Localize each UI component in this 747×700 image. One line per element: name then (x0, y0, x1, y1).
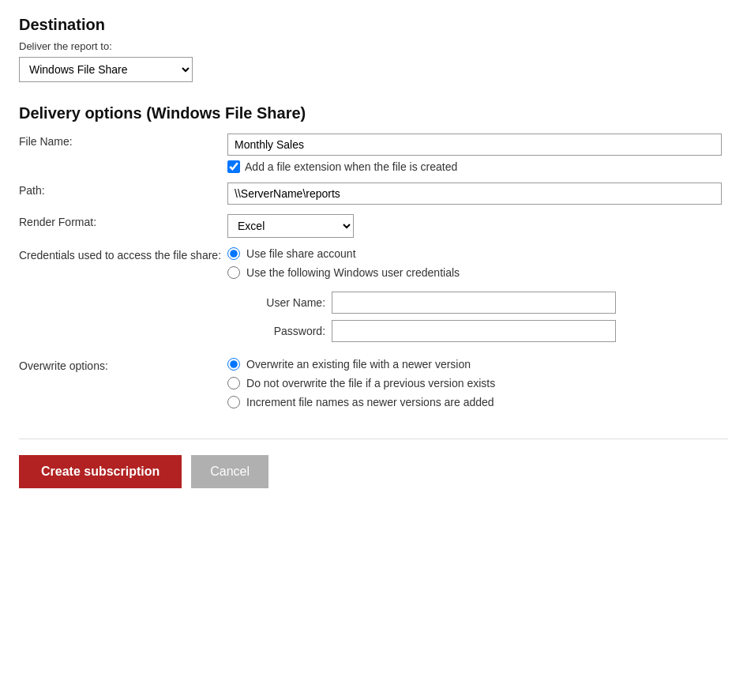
credentials-option1-label: Use file share account (246, 247, 356, 260)
file-name-field-cell: Add a file extension when the file is cr… (227, 129, 728, 178)
credentials-label: Credentials used to access the file shar… (19, 243, 227, 353)
password-input[interactable] (332, 320, 616, 342)
render-format-field-cell: ExcelPDFWordCSVXML (227, 209, 728, 243)
overwrite-option2-row: Do not overwrite the file if a previous … (227, 377, 722, 390)
credentials-option2-label: Use the following Windows user credentia… (246, 266, 460, 279)
file-name-label: File Name: (19, 129, 227, 178)
deliver-label: Deliver the report to: (19, 40, 728, 52)
create-subscription-button[interactable]: Create subscription (19, 455, 182, 488)
destination-title: Destination (19, 16, 728, 34)
cancel-button[interactable]: Cancel (191, 455, 268, 488)
file-name-row: File Name: Add a file extension when the… (19, 129, 728, 178)
overwrite-radio-3[interactable] (227, 396, 240, 408)
overwrite-radio-1[interactable] (227, 358, 240, 371)
credentials-field-cell: Use file share account Use the following… (227, 243, 728, 353)
overwrite-option2-label: Do not overwrite the file if a previous … (246, 377, 495, 390)
add-extension-checkbox[interactable] (227, 160, 240, 173)
path-input[interactable] (227, 183, 722, 205)
credentials-radio-group: Use file share account Use the following… (227, 247, 722, 348)
credentials-radio-1[interactable] (227, 247, 240, 260)
render-format-dropdown[interactable]: ExcelPDFWordCSVXML (227, 214, 354, 238)
delivery-form-table: File Name: Add a file extension when the… (19, 129, 728, 413)
path-row: Path: (19, 178, 728, 209)
username-row: User Name: (246, 292, 722, 314)
delivery-title: Delivery options (Windows File Share) (19, 104, 728, 122)
overwrite-option1-row: Overwrite an existing file with a newer … (227, 358, 722, 371)
destination-section: Destination Deliver the report to: Windo… (19, 16, 728, 82)
password-row: Password: (246, 320, 722, 342)
username-label: User Name: (246, 296, 325, 309)
destination-dropdown[interactable]: Windows File ShareEmailDocument Library (19, 57, 193, 82)
add-extension-row: Add a file extension when the file is cr… (227, 160, 722, 173)
path-field-cell (227, 178, 728, 209)
overwrite-label: Overwrite options: (19, 353, 227, 413)
password-label: Password: (246, 325, 325, 337)
credentials-sub-fields: User Name: Password: (246, 292, 722, 348)
credentials-option2-row: Use the following Windows user credentia… (227, 266, 722, 279)
overwrite-option3-label: Increment file names as newer versions a… (246, 396, 494, 408)
overwrite-option1-label: Overwrite an existing file with a newer … (246, 358, 471, 371)
credentials-row: Credentials used to access the file shar… (19, 243, 728, 353)
overwrite-field-cell: Overwrite an existing file with a newer … (227, 353, 728, 413)
username-input[interactable] (332, 292, 616, 314)
render-format-label: Render Format: (19, 209, 227, 243)
credentials-radio-2[interactable] (227, 266, 240, 279)
section-divider (19, 438, 728, 439)
credentials-option1-row: Use file share account (227, 247, 722, 260)
file-name-input[interactable] (227, 134, 722, 156)
render-format-row: Render Format: ExcelPDFWordCSVXML (19, 209, 728, 243)
path-label: Path: (19, 178, 227, 209)
button-row: Create subscription Cancel (19, 455, 728, 488)
delivery-section: Delivery options (Windows File Share) Fi… (19, 104, 728, 413)
overwrite-radio-group: Overwrite an existing file with a newer … (227, 358, 722, 408)
add-extension-label: Add a file extension when the file is cr… (245, 160, 457, 173)
overwrite-radio-2[interactable] (227, 377, 240, 390)
overwrite-row: Overwrite options: Overwrite an existing… (19, 353, 728, 413)
overwrite-option3-row: Increment file names as newer versions a… (227, 396, 722, 408)
